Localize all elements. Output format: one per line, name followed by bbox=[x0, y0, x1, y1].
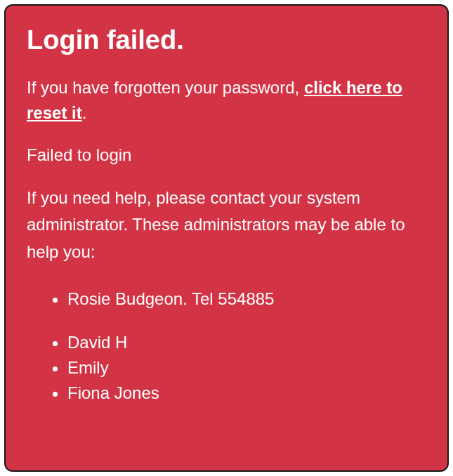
login-failed-panel: Login failed. If you have forgotten your… bbox=[4, 4, 449, 472]
list-item: Fiona Jones bbox=[67, 381, 426, 406]
failure-message: Failed to login bbox=[27, 145, 426, 165]
forgot-password-line: If you have forgotten your password, cli… bbox=[27, 75, 426, 126]
error-heading: Login failed. bbox=[27, 25, 426, 55]
forgot-prefix: If you have forgotten your password, bbox=[27, 78, 304, 97]
list-item: Rosie Budgeon. Tel 554885 bbox=[67, 286, 426, 312]
list-item: Emily bbox=[67, 355, 426, 381]
list-item: David H bbox=[67, 330, 426, 355]
admin-list: Rosie Budgeon. Tel 554885 David H Emily … bbox=[27, 286, 426, 406]
help-text: If you need help, please contact your sy… bbox=[27, 185, 426, 265]
forgot-suffix: . bbox=[82, 103, 87, 122]
